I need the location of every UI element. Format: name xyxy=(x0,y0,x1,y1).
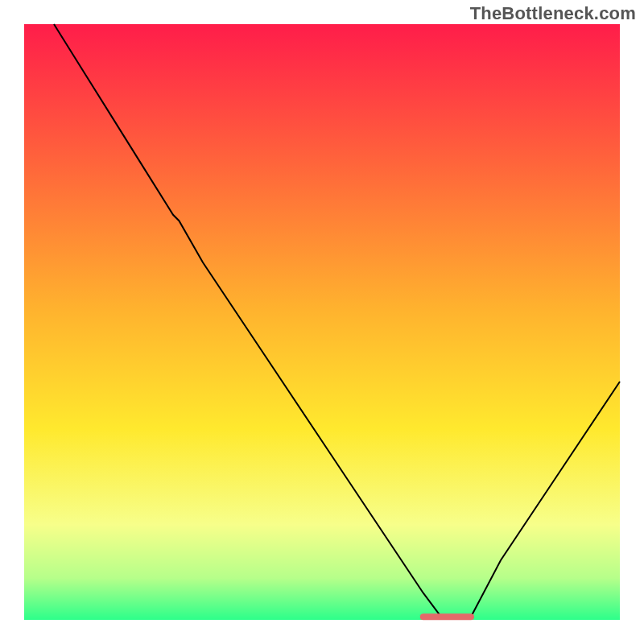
watermark-text: TheBottleneck.com xyxy=(470,3,636,24)
gradient-background xyxy=(24,24,620,620)
chart-stage: TheBottleneck.com xyxy=(0,0,644,644)
bottleneck-chart xyxy=(0,0,644,644)
